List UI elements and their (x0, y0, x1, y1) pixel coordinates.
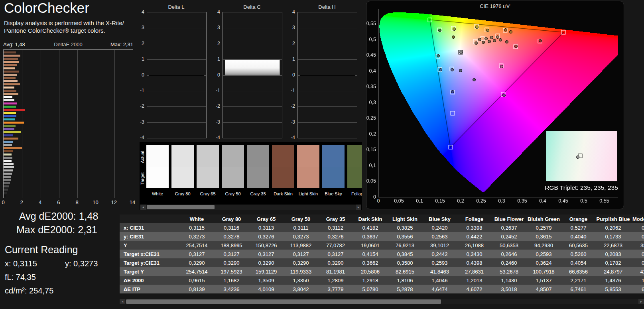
table-cell: 4,6072 (457, 286, 492, 292)
table-cell: 0,3111 (284, 225, 318, 231)
swatch-column: Gray 65 (197, 145, 219, 205)
table-row: Target y:CIE310,32900,32900,32900,32900,… (120, 258, 644, 267)
axis-tick-label: 2 (211, 41, 220, 46)
swatch-target (146, 167, 169, 188)
table-cell: 0,3290 (249, 260, 284, 266)
table-cell: 6,7461 (561, 286, 596, 292)
table-scroll-track[interactable] (125, 299, 638, 304)
table-scrollbar[interactable]: ◄ ► (120, 299, 644, 304)
scroll-left-arrow-icon[interactable]: ◄ (120, 299, 125, 304)
table-cell: 0,3290 (214, 260, 249, 266)
table-header-cell: Dark Skin (353, 216, 388, 222)
table-cell: 81,1981 (318, 269, 353, 275)
table-row-label: x: CIE31 (120, 225, 179, 231)
table-header-cell: Gray 65 (249, 216, 284, 222)
table-cell: 0,3127 (249, 251, 284, 257)
table-cell: 0,5277 (561, 225, 596, 231)
swatch-name: White (146, 191, 169, 196)
gridline (298, 28, 357, 28)
scroll-right-arrow-icon[interactable]: ► (638, 299, 644, 304)
axis-tick-label: 0 (373, 194, 376, 200)
swatch-actual (171, 145, 194, 167)
rgb-triplet-inset (546, 131, 617, 181)
table-cell: 0,2563 (422, 234, 457, 240)
table-header-cell: Bluish Green (526, 216, 561, 222)
delta-bar (149, 75, 204, 76)
measured-marker (451, 68, 454, 71)
gridline (298, 59, 357, 60)
table-row-label: y: CIE31 (120, 234, 179, 240)
table-cell: 0,2593 (526, 251, 561, 257)
swatch-scrollbar[interactable]: ◄ ► (140, 205, 361, 210)
axis-tick-label: 1 (211, 56, 220, 62)
table-row: x: CIE310,31150,31160,31130,31110,31120,… (120, 223, 644, 232)
table-cell: 0,4612 (630, 225, 644, 231)
swatch-name: Light Skin (297, 191, 319, 196)
axis-tick-label: 0,35 (517, 198, 527, 204)
deltae-bar (4, 67, 15, 69)
axis-tick-label: -4 (135, 135, 144, 140)
measured-marker (502, 94, 506, 97)
table-cell: 0,2646 (492, 251, 526, 257)
table-cell: 0,4054 (561, 260, 596, 266)
table-cell: 0,3290 (179, 260, 214, 266)
axis-tick-label: -3 (286, 119, 295, 125)
rgb-triplet-label: RGB Triplet: 235, 235, 235 (544, 184, 619, 191)
axis-tick-label: 0,4 (539, 198, 546, 204)
description-line-2: Pantone ColorChecker® target colors. (4, 27, 124, 34)
table-cell: 4,8507 (526, 286, 561, 292)
table-cell: 0,2062 (596, 225, 630, 231)
measured-marker (500, 65, 503, 68)
deltae-bar (4, 115, 16, 117)
deltae-bar (4, 112, 16, 114)
table-cell: 5,8553 (596, 286, 630, 292)
swatch-name: Gray 35 (247, 191, 269, 196)
scroll-right-arrow-icon[interactable]: ► (356, 205, 361, 210)
swatch-scroll-thumb[interactable] (147, 205, 215, 209)
table-cell: 0,2452 (492, 234, 526, 240)
table-cell: 0,3276 (249, 234, 284, 240)
table-cell: 0,4154 (353, 251, 388, 257)
delta-c-chart: Delta C 43210-1-2-3-4 (211, 2, 296, 146)
table-cell: 1,4046 (422, 278, 457, 283)
table-cell: 0,2420 (422, 225, 457, 231)
deltae-bar (4, 166, 14, 168)
deltae-bar (4, 160, 12, 162)
deltae-bar (4, 99, 14, 101)
measured-marker (490, 36, 493, 39)
delta-h-title: Delta H (297, 4, 356, 10)
table-cell: 150,8726 (249, 242, 284, 248)
delta-c-title: Delta C (223, 4, 282, 10)
table-row-label: Target x:CIE31 (120, 251, 179, 257)
deltae-bar (4, 64, 17, 66)
deltae-bar (4, 195, 6, 197)
table-cell: 0,2637 (492, 225, 526, 231)
table-cell: 188,8995 (214, 242, 249, 248)
table-cell: 0,4630 (630, 251, 644, 257)
table-cell: 24,8797 (596, 269, 630, 275)
scroll-left-arrow-icon[interactable]: ◄ (140, 205, 146, 210)
table-cell: 0,2593 (422, 260, 457, 266)
table-cell: 1,2013 (457, 278, 492, 283)
table-cell: 1,3350 (284, 278, 318, 283)
table-cell: 0,3116 (214, 225, 249, 231)
swatch-actual (347, 145, 362, 167)
axis-tick-label: 10 (93, 199, 98, 205)
table-row-label: Target Y (120, 269, 179, 275)
measured-marker (473, 78, 476, 81)
table-header-cell: Light Skin (388, 216, 422, 222)
measured-marker (493, 39, 496, 42)
table-cell: 0,1782 (596, 260, 630, 266)
axis-tick-label: 0,1 (416, 198, 423, 204)
delta-bar (300, 75, 355, 76)
delta-h-plot (297, 12, 357, 138)
axis-tick-label: 0,55 (366, 21, 376, 26)
axis-tick-label: -1 (286, 88, 295, 93)
table-cell: 1,1430 (492, 278, 526, 283)
table-cell: 0,2579 (526, 225, 561, 231)
table-scroll-thumb[interactable] (126, 299, 441, 304)
swatch-scroll-track[interactable] (146, 205, 356, 210)
delta-l-chart: Delta L 43210-1-2-3-4 (135, 2, 220, 146)
reading-cdm2: cd/m²: 254,75 (5, 286, 53, 295)
deltae-bar (4, 154, 12, 155)
